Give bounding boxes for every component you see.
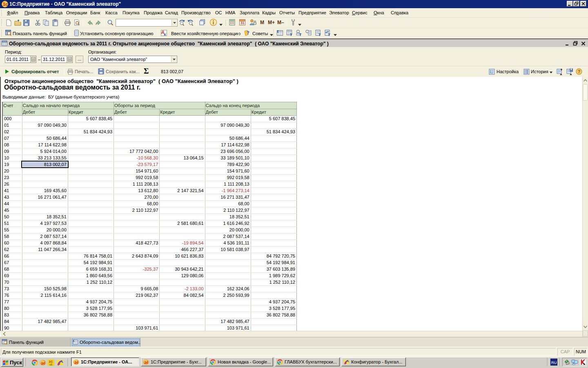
svg-text:1с: 1с (41, 361, 45, 365)
svg-text:31: 31 (241, 21, 245, 25)
svg-text:к: к (164, 32, 166, 36)
svg-text:?: ? (247, 30, 249, 35)
svg-text:Т: Т (318, 33, 321, 36)
svg-text:1с: 1с (3, 2, 8, 7)
svg-text:Т: Т (328, 33, 330, 36)
svg-text:Т: Т (299, 33, 302, 36)
svg-text:Т: Т (290, 33, 292, 36)
svg-text:v8: v8 (49, 363, 52, 366)
svg-text:?: ? (578, 70, 580, 74)
svg-text:Σ: Σ (277, 30, 279, 34)
svg-text:Σ: Σ (73, 339, 75, 343)
